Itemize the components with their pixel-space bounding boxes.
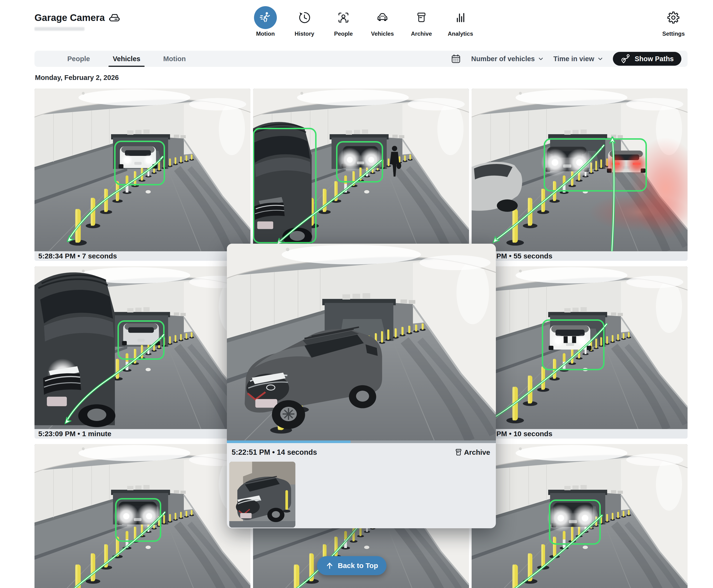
time-in-view-dropdown[interactable]: Time in view bbox=[554, 55, 603, 63]
event-timestamp: 5:28:34 PM • 7 seconds bbox=[38, 252, 117, 260]
tab-motion[interactable]: Motion bbox=[159, 51, 190, 67]
event-caption-bar: 5:28:34 PM • 7 seconds bbox=[35, 251, 251, 261]
calendar-icon[interactable] bbox=[451, 54, 461, 64]
event-card[interactable]: 5:23:09 PM • 1 minute bbox=[35, 266, 251, 439]
person-frame-icon bbox=[332, 6, 355, 29]
event-thumbnail[interactable] bbox=[35, 444, 251, 588]
route-pin-icon bbox=[621, 54, 631, 64]
nav-item-motion[interactable]: Motion bbox=[246, 6, 285, 37]
playback-progress-fill bbox=[227, 440, 350, 443]
redacted-subtitle bbox=[35, 27, 84, 31]
event-card[interactable] bbox=[35, 444, 251, 588]
event-timestamp: PM • 10 seconds bbox=[496, 430, 553, 438]
archive-label: Archive bbox=[464, 448, 490, 456]
main-nav: Motion History People bbox=[246, 6, 480, 37]
dropdown-label: Number of vehicles bbox=[471, 55, 535, 63]
nav-item-vehicles[interactable]: Vehicles bbox=[363, 6, 402, 37]
back-to-top-button[interactable]: Back to Top bbox=[317, 556, 387, 575]
event-detail-card[interactable]: 5:22:51 PM • 14 seconds Archive bbox=[227, 244, 496, 528]
chevron-down-icon bbox=[598, 57, 603, 61]
event-thumbnail[interactable] bbox=[472, 88, 688, 251]
car-icon bbox=[371, 6, 394, 29]
event-card[interactable] bbox=[253, 88, 469, 261]
detail-video-preview[interactable] bbox=[227, 244, 496, 440]
nav-item-analytics[interactable]: Analytics bbox=[441, 6, 480, 37]
event-thumbnail[interactable] bbox=[35, 88, 251, 251]
event-thumbnail[interactable] bbox=[472, 266, 688, 429]
page-title: Garage Camera bbox=[35, 13, 120, 23]
number-of-vehicles-dropdown[interactable]: Number of vehicles bbox=[471, 55, 543, 63]
event-thumbnail[interactable] bbox=[35, 266, 251, 429]
event-caption-bar: 5:23:09 PM • 1 minute bbox=[35, 429, 251, 439]
date-header: Monday, February 2, 2026 bbox=[35, 74, 119, 82]
nav-label: Motion bbox=[256, 30, 275, 37]
event-caption-bar: PM • 10 seconds bbox=[472, 429, 688, 439]
nav-label: People bbox=[334, 30, 353, 37]
nav-item-archive[interactable]: Archive bbox=[402, 6, 441, 37]
archive-box-icon bbox=[454, 448, 463, 457]
event-thumbnail[interactable] bbox=[253, 88, 469, 251]
event-thumbnail[interactable] bbox=[472, 444, 688, 588]
nav-item-history[interactable]: History bbox=[285, 6, 324, 37]
nav-item-people[interactable]: People bbox=[324, 6, 363, 37]
nav-label: Archive bbox=[411, 30, 432, 37]
settings-label: Settings bbox=[662, 30, 685, 37]
nav-label: Analytics bbox=[448, 30, 473, 37]
event-timestamp: 5:23:09 PM • 1 minute bbox=[38, 430, 111, 438]
event-card[interactable]: 5:28:34 PM • 7 seconds bbox=[35, 88, 251, 261]
settings-button[interactable]: Settings bbox=[657, 6, 690, 37]
vehicle-crop-thumbnail[interactable] bbox=[229, 462, 295, 528]
archive-button[interactable]: Archive bbox=[454, 448, 490, 457]
gear-icon bbox=[662, 6, 685, 29]
event-card[interactable]: PM • 55 seconds bbox=[472, 88, 688, 261]
show-paths-toggle[interactable]: Show Paths bbox=[613, 52, 682, 66]
camera-title-text: Garage Camera bbox=[35, 13, 105, 23]
history-clock-icon bbox=[293, 6, 316, 29]
tab-people[interactable]: People bbox=[63, 51, 94, 67]
nav-label: History bbox=[295, 30, 315, 37]
event-timestamp: PM • 55 seconds bbox=[496, 252, 553, 260]
garage-camera-device-icon bbox=[109, 13, 120, 23]
nav-label: Vehicles bbox=[371, 30, 394, 37]
bar-chart-icon bbox=[449, 6, 472, 29]
chevron-down-icon bbox=[538, 57, 543, 61]
filter-bar: People Vehicles Motion Number of vehicle… bbox=[35, 51, 688, 67]
archive-box-icon bbox=[410, 6, 433, 29]
detail-timestamp: 5:22:51 PM • 14 seconds bbox=[232, 448, 317, 457]
dropdown-label: Time in view bbox=[554, 55, 594, 63]
show-paths-label: Show Paths bbox=[635, 55, 674, 63]
runner-icon bbox=[254, 6, 277, 29]
playback-progress-bar[interactable] bbox=[227, 440, 496, 443]
event-card[interactable] bbox=[472, 444, 688, 588]
event-caption-bar: PM • 55 seconds bbox=[472, 251, 688, 261]
event-card[interactable]: PM • 10 seconds bbox=[472, 266, 688, 439]
category-tabs: People Vehicles Motion bbox=[63, 51, 190, 67]
back-to-top-label: Back to Top bbox=[338, 562, 378, 570]
tab-vehicles[interactable]: Vehicles bbox=[108, 51, 145, 67]
arrow-up-icon bbox=[325, 561, 334, 570]
